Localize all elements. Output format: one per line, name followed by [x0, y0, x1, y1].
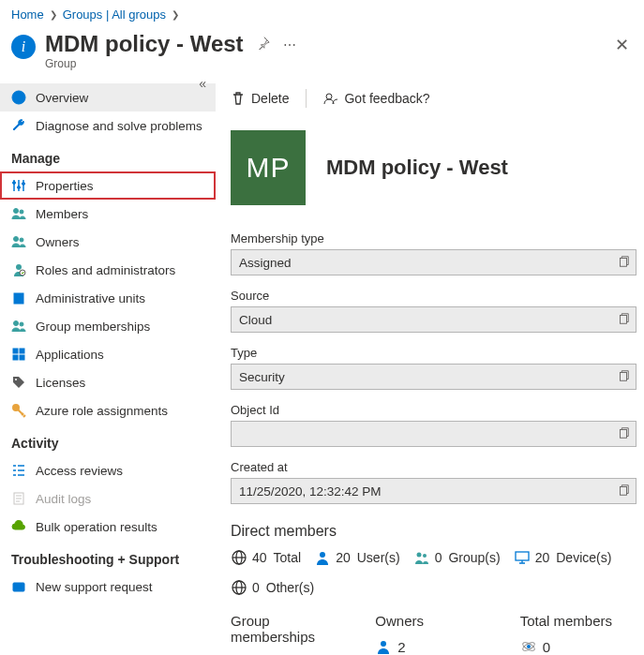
- sidebar-item-audit-logs[interactable]: Audit logs: [0, 484, 216, 513]
- sidebar-item-overview[interactable]: i Overview: [0, 83, 216, 112]
- sidebar-item-label: Audit logs: [36, 492, 91, 506]
- sidebar-item-label: Diagnose and solve problems: [36, 119, 202, 133]
- copy-icon[interactable]: [617, 312, 630, 328]
- sidebar-item-roles[interactable]: Roles and administrators: [0, 256, 216, 284]
- sidebar-item-label: New support request: [36, 580, 153, 594]
- field-value[interactable]: Assigned: [231, 249, 637, 275]
- stat-groups[interactable]: 0Group(s): [413, 549, 501, 566]
- stat-users[interactable]: 20User(s): [314, 549, 399, 566]
- collapse-icon[interactable]: «: [199, 76, 206, 91]
- summary-title: Group memberships: [231, 613, 347, 645]
- sidebar-item-label: Bulk operation results: [36, 520, 157, 534]
- sidebar-item-bulk-results[interactable]: Bulk operation results: [0, 513, 216, 541]
- direct-members-row: 40Total 20User(s) 0Group(s) 20Device(s) …: [231, 549, 637, 596]
- field-value[interactable]: [231, 421, 637, 447]
- summary-value[interactable]: 2: [375, 638, 491, 655]
- svg-point-27: [326, 94, 332, 99]
- grid-icon: [11, 347, 26, 362]
- page-title: MDM policy - West: [45, 31, 244, 57]
- feedback-label: Got feedback?: [344, 91, 429, 106]
- person-icon: [375, 638, 392, 655]
- sidebar-item-diagnose[interactable]: Diagnose and solve problems: [0, 112, 216, 140]
- field-object-id: Object Id: [231, 403, 637, 447]
- sidebar-item-members[interactable]: Members: [0, 200, 216, 228]
- sidebar-item-label: Group memberships: [36, 320, 150, 334]
- breadcrumb-groups[interactable]: Groups | All groups: [63, 7, 166, 22]
- value-text: Cloud: [239, 313, 272, 327]
- svg-point-36: [416, 553, 421, 558]
- breadcrumb-home[interactable]: Home: [11, 7, 44, 22]
- sidebar-item-access-reviews[interactable]: Access reviews: [0, 456, 216, 484]
- close-icon[interactable]: ✕: [615, 35, 629, 55]
- info-icon: i: [11, 90, 26, 105]
- stat-label: Group(s): [448, 550, 500, 565]
- copy-icon[interactable]: [617, 369, 630, 385]
- sidebar-item-properties[interactable]: Properties: [0, 171, 216, 200]
- field-value[interactable]: Cloud: [231, 306, 637, 333]
- more-icon[interactable]: ⋯: [283, 37, 297, 52]
- direct-members-title: Direct members: [231, 523, 637, 540]
- field-type: Type Security: [231, 346, 637, 390]
- wrench-icon: [11, 118, 26, 133]
- feedback-button[interactable]: Got feedback?: [323, 91, 429, 106]
- svg-rect-12: [16, 295, 18, 297]
- copy-icon[interactable]: [617, 484, 630, 499]
- value-text: 11/25/2020, 12:32:42 PM: [239, 484, 382, 499]
- sidebar-item-new-support[interactable]: New support request: [0, 573, 216, 601]
- field-label: Membership type: [231, 231, 637, 246]
- copy-icon[interactable]: [617, 426, 630, 442]
- building-icon: [11, 290, 26, 305]
- sidebar-item-azure-roles[interactable]: Azure role assignments: [0, 396, 216, 424]
- checklist-icon: [11, 463, 26, 478]
- sidebar-item-licenses[interactable]: Licenses: [0, 368, 216, 396]
- delete-button[interactable]: Delete: [231, 91, 289, 106]
- summary-value[interactable]: 0: [520, 638, 637, 655]
- sidebar-item-label: Access reviews: [36, 464, 123, 478]
- globe-icon: [231, 579, 247, 596]
- people-icon: [11, 206, 26, 221]
- admin-icon: [11, 262, 26, 277]
- svg-point-26: [17, 585, 21, 588]
- sliders-icon: [11, 178, 26, 193]
- stat-number: 20: [535, 550, 550, 565]
- stat-number: 0: [252, 580, 260, 595]
- svg-point-17: [20, 322, 23, 326]
- svg-rect-21: [20, 355, 24, 360]
- field-label: Type: [231, 346, 637, 360]
- svg-rect-31: [621, 429, 627, 438]
- chevron-right-icon: ❯: [50, 9, 57, 20]
- hero-title: MDM policy - West: [326, 156, 508, 180]
- summary-row: Group memberships 0 Owners 2 Total membe…: [231, 613, 637, 655]
- group-avatar: MP: [231, 130, 306, 205]
- stat-total[interactable]: 40Total: [231, 549, 301, 566]
- summary-owners: Owners 2: [375, 613, 491, 655]
- sidebar-section-support: Troubleshooting + Support: [0, 541, 216, 573]
- svg-point-4: [22, 183, 25, 186]
- sidebar-item-applications[interactable]: Applications: [0, 340, 216, 368]
- svg-rect-20: [13, 355, 18, 360]
- sidebar-item-group-memberships[interactable]: Group memberships: [0, 312, 216, 340]
- stat-others[interactable]: 0Other(s): [231, 579, 314, 596]
- summary-total-members: Total members 0: [520, 613, 637, 655]
- people-icon: [11, 319, 26, 334]
- field-value[interactable]: 11/25/2020, 12:32:42 PM: [231, 478, 637, 504]
- sidebar-item-owners[interactable]: Owners: [0, 228, 216, 256]
- pin-icon[interactable]: [257, 37, 270, 52]
- sidebar-item-label: Roles and administrators: [36, 263, 175, 277]
- svg-point-5: [14, 209, 19, 214]
- svg-point-7: [14, 237, 19, 242]
- sidebar-item-label: Applications: [36, 348, 104, 362]
- value-text: Assigned: [239, 256, 292, 270]
- people-icon: [413, 549, 430, 566]
- field-label: Object Id: [231, 403, 637, 417]
- person-icon: [314, 549, 331, 566]
- stat-label: Total: [274, 550, 302, 565]
- field-value[interactable]: Security: [231, 364, 637, 390]
- svg-point-6: [20, 210, 23, 214]
- support-icon: [11, 579, 26, 594]
- svg-rect-32: [621, 486, 627, 495]
- stat-devices[interactable]: 20Device(s): [514, 549, 612, 566]
- copy-icon[interactable]: [617, 255, 630, 271]
- svg-point-2: [13, 182, 16, 185]
- sidebar-item-admin-units[interactable]: Administrative units: [0, 284, 216, 312]
